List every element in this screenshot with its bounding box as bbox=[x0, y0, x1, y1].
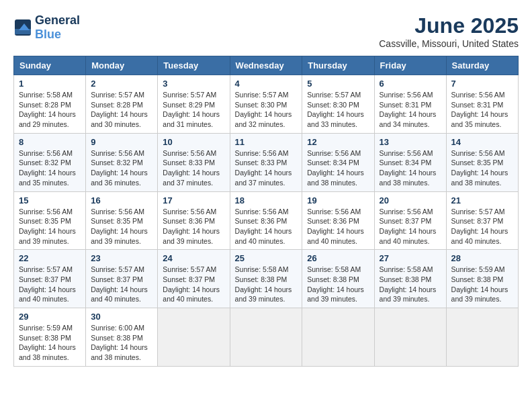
header-friday: Friday bbox=[374, 56, 446, 75]
day-cell-21: 21 Sunrise: 5:57 AMSunset: 8:37 PMDaylig… bbox=[446, 191, 518, 250]
main-title: June 2025 bbox=[379, 13, 519, 38]
day-cell-10: 10 Sunrise: 5:56 AMSunset: 8:33 PMDaylig… bbox=[158, 133, 230, 191]
header-sunday: Sunday bbox=[14, 56, 86, 75]
day-cell-23: 23 Sunrise: 5:57 AMSunset: 8:37 PMDaylig… bbox=[86, 250, 158, 308]
day-cell-4: 4 Sunrise: 5:57 AMSunset: 8:30 PMDayligh… bbox=[230, 75, 302, 134]
day-cell-8: 8 Sunrise: 5:56 AMSunset: 8:32 PMDayligh… bbox=[14, 133, 86, 191]
day-cell-20: 20 Sunrise: 5:56 AMSunset: 8:37 PMDaylig… bbox=[374, 191, 446, 250]
empty-cell-1 bbox=[158, 308, 230, 367]
day-cell-15: 15 Sunrise: 5:56 AMSunset: 8:35 PMDaylig… bbox=[14, 191, 86, 250]
logo-icon bbox=[13, 18, 32, 37]
header-thursday: Thursday bbox=[302, 56, 374, 75]
header-monday: Monday bbox=[86, 56, 158, 75]
week-row-3: 15 Sunrise: 5:56 AMSunset: 8:35 PMDaylig… bbox=[14, 191, 519, 250]
day-cell-2: 2 Sunrise: 5:57 AMSunset: 8:28 PMDayligh… bbox=[86, 75, 158, 134]
day-cell-28: 28 Sunrise: 5:59 AMSunset: 8:38 PMDaylig… bbox=[446, 250, 518, 308]
empty-cell-4 bbox=[374, 308, 446, 367]
day-cell-5: 5 Sunrise: 5:57 AMSunset: 8:30 PMDayligh… bbox=[302, 75, 374, 134]
week-row-5: 29 Sunrise: 5:59 AMSunset: 8:38 PMDaylig… bbox=[14, 308, 519, 367]
svg-rect-2 bbox=[15, 29, 31, 34]
day-cell-14: 14 Sunrise: 5:56 AMSunset: 8:35 PMDaylig… bbox=[446, 133, 518, 191]
logo-general: General bbox=[35, 13, 80, 27]
day-cell-9: 9 Sunrise: 5:56 AMSunset: 8:32 PMDayligh… bbox=[86, 133, 158, 191]
title-block: June 2025 Cassville, Missouri, United St… bbox=[379, 13, 519, 49]
weekday-header-row: Sunday Monday Tuesday Wednesday Thursday… bbox=[14, 56, 519, 75]
day-cell-12: 12 Sunrise: 5:56 AMSunset: 8:34 PMDaylig… bbox=[302, 133, 374, 191]
day-cell-6: 6 Sunrise: 5:56 AMSunset: 8:31 PMDayligh… bbox=[374, 75, 446, 134]
week-row-4: 22 Sunrise: 5:57 AMSunset: 8:37 PMDaylig… bbox=[14, 250, 519, 308]
logo-blue: Blue bbox=[35, 28, 61, 41]
day-cell-16: 16 Sunrise: 5:56 AMSunset: 8:35 PMDaylig… bbox=[86, 191, 158, 250]
day-cell-7: 7 Sunrise: 5:56 AMSunset: 8:31 PMDayligh… bbox=[446, 75, 518, 134]
day-cell-26: 26 Sunrise: 5:58 AMSunset: 8:38 PMDaylig… bbox=[302, 250, 374, 308]
empty-cell-3 bbox=[302, 308, 374, 367]
page-header: General Blue June 2025 Cassville, Missou… bbox=[13, 13, 519, 49]
day-cell-11: 11 Sunrise: 5:56 AMSunset: 8:33 PMDaylig… bbox=[230, 133, 302, 191]
day-cell-13: 13 Sunrise: 5:56 AMSunset: 8:34 PMDaylig… bbox=[374, 133, 446, 191]
day-cell-3: 3 Sunrise: 5:57 AMSunset: 8:29 PMDayligh… bbox=[158, 75, 230, 134]
logo: General Blue bbox=[13, 13, 80, 42]
day-cell-18: 18 Sunrise: 5:56 AMSunset: 8:36 PMDaylig… bbox=[230, 191, 302, 250]
day-cell-19: 19 Sunrise: 5:56 AMSunset: 8:36 PMDaylig… bbox=[302, 191, 374, 250]
day-cell-29: 29 Sunrise: 5:59 AMSunset: 8:38 PMDaylig… bbox=[14, 308, 86, 367]
header-wednesday: Wednesday bbox=[230, 56, 302, 75]
empty-cell-5 bbox=[446, 308, 518, 367]
day-cell-1: 1 Sunrise: 5:58 AMSunset: 8:28 PMDayligh… bbox=[14, 75, 86, 134]
subtitle: Cassville, Missouri, United States bbox=[379, 38, 519, 49]
calendar-table: Sunday Monday Tuesday Wednesday Thursday… bbox=[13, 56, 519, 367]
week-row-1: 1 Sunrise: 5:58 AMSunset: 8:28 PMDayligh… bbox=[14, 75, 519, 134]
logo-text: General Blue bbox=[35, 13, 80, 42]
empty-cell-2 bbox=[230, 308, 302, 367]
header-saturday: Saturday bbox=[446, 56, 518, 75]
header-tuesday: Tuesday bbox=[158, 56, 230, 75]
day-cell-24: 24 Sunrise: 5:57 AMSunset: 8:37 PMDaylig… bbox=[158, 250, 230, 308]
week-row-2: 8 Sunrise: 5:56 AMSunset: 8:32 PMDayligh… bbox=[14, 133, 519, 191]
day-cell-25: 25 Sunrise: 5:58 AMSunset: 8:38 PMDaylig… bbox=[230, 250, 302, 308]
day-cell-17: 17 Sunrise: 5:56 AMSunset: 8:36 PMDaylig… bbox=[158, 191, 230, 250]
day-cell-30: 30 Sunrise: 6:00 AMSunset: 8:38 PMDaylig… bbox=[86, 308, 158, 367]
day-cell-27: 27 Sunrise: 5:58 AMSunset: 8:38 PMDaylig… bbox=[374, 250, 446, 308]
day-cell-22: 22 Sunrise: 5:57 AMSunset: 8:37 PMDaylig… bbox=[14, 250, 86, 308]
